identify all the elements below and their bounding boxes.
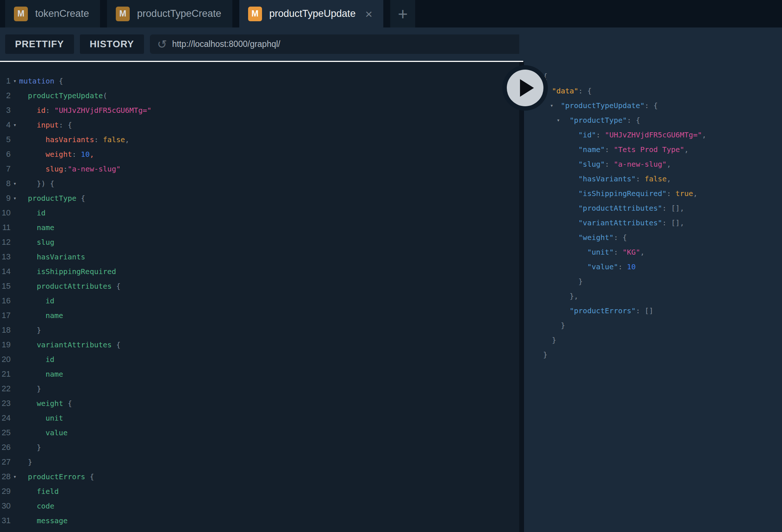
code-line[interactable]: 2 productTypeUpdate( <box>0 88 519 103</box>
fold-spacer <box>11 293 19 308</box>
fold-arrow-icon[interactable]: ▾ <box>11 118 19 132</box>
fold-arrow-icon[interactable]: ▾ <box>550 98 553 113</box>
query-editor[interactable]: 1▾mutation {2 productTypeUpdate(3 id: "U… <box>0 62 519 532</box>
line-number: 29 <box>0 484 11 499</box>
token-p: : <box>63 165 67 173</box>
token-fld: weight <box>37 399 63 408</box>
response-line: "name": "Tets Prod Type", <box>543 142 782 157</box>
code-line[interactable]: 5 hasVariants: false, <box>0 132 519 147</box>
line-number: 8 <box>0 176 11 191</box>
token-p: : <box>94 135 103 144</box>
token-red: , <box>90 150 94 159</box>
token-fld: isShippingRequired <box>37 267 116 276</box>
response-line: "isShippingRequired": true, <box>543 186 782 201</box>
prettify-button[interactable]: PRETTIFY <box>5 34 74 54</box>
code-text: hasVariants: false, <box>19 132 129 147</box>
response-text: }, <box>543 292 578 300</box>
code-line[interactable]: 25 value <box>0 425 519 440</box>
response-text: "productTypeUpdate": { <box>543 101 658 110</box>
mutation-badge-icon: M <box>248 7 262 21</box>
token-key: "unit" <box>587 248 613 256</box>
code-line[interactable]: 9▾ productType { <box>0 191 519 206</box>
code-text: } <box>19 455 32 469</box>
code-line[interactable]: 6 weight: 10, <box>0 147 519 162</box>
code-text: } <box>19 440 41 455</box>
code-line[interactable]: 3 id: "UHJvZHVjdFR5cGU6MTg=" <box>0 103 519 118</box>
code-line[interactable]: 14 isShippingRequired <box>0 264 519 279</box>
reload-icon[interactable]: ↺ <box>157 38 167 50</box>
code-line[interactable]: 7 slug:"a-new-slug" <box>0 162 519 176</box>
history-button[interactable]: HISTORY <box>80 34 144 54</box>
token-str: "Tets Prod Type" <box>614 145 685 154</box>
response-text: "data": { <box>543 86 591 95</box>
token-p: }) { <box>37 179 54 188</box>
line-number: 11 <box>0 220 11 235</box>
tab-label: productTypeCreate <box>137 8 221 19</box>
code-text: mutation { <box>19 74 63 88</box>
code-text: hasVariants <box>19 250 85 264</box>
code-line[interactable]: 23 weight { <box>0 396 519 411</box>
code-line[interactable]: 27 } <box>0 455 519 469</box>
code-line[interactable]: 4▾ input: { <box>0 118 519 132</box>
tab-productTypeCreate[interactable]: MproductTypeCreate <box>107 0 232 27</box>
code-line[interactable]: 31 message <box>0 513 519 528</box>
code-line[interactable]: 11 name <box>0 220 519 235</box>
tab-productTypeUpdate[interactable]: MproductTypeUpdate× <box>239 0 384 27</box>
fold-arrow-icon[interactable]: ▾ <box>11 74 19 88</box>
token-p: , <box>667 160 671 169</box>
fold-spacer <box>11 220 19 235</box>
fold-arrow-icon[interactable]: ▾ <box>11 469 19 484</box>
response-line: "productErrors": [] <box>543 303 782 318</box>
code-line[interactable]: 17 name <box>0 308 519 323</box>
token-arg: input <box>37 121 59 129</box>
token-p <box>543 130 578 139</box>
token-bool: true <box>675 189 693 198</box>
code-line[interactable]: 13 hasVariants <box>0 250 519 264</box>
pane-divider[interactable] <box>519 61 524 532</box>
tab-tokenCreate[interactable]: MtokenCreate <box>5 0 100 27</box>
execute-button[interactable] <box>502 65 548 111</box>
code-line[interactable]: 12 slug <box>0 235 519 250</box>
response-line: "value": 10 <box>543 259 782 274</box>
code-line[interactable]: 21 name <box>0 367 519 381</box>
code-line[interactable]: 19 variantAttributes { <box>0 337 519 352</box>
line-number: 9 <box>0 191 11 206</box>
line-number: 18 <box>0 323 11 337</box>
token-num: 10 <box>627 262 636 271</box>
code-line[interactable]: 16 id <box>0 293 519 308</box>
fold-arrow-icon[interactable]: ▾ <box>11 176 19 191</box>
token-kw: mutation <box>19 77 54 85</box>
code-line[interactable]: 30 code <box>0 499 519 513</box>
fold-arrow-icon[interactable]: ▾ <box>557 113 560 128</box>
code-text: id <box>19 352 54 367</box>
line-number: 17 <box>0 308 11 323</box>
fold-spacer <box>11 147 19 162</box>
token-fld: id <box>37 208 45 217</box>
close-tab-icon[interactable]: × <box>365 8 372 20</box>
code-line[interactable]: 24 unit <box>0 411 519 425</box>
code-line[interactable]: 20 id <box>0 352 519 367</box>
code-line[interactable]: 15 productAttributes { <box>0 279 519 293</box>
response-line: "slug": "a-new-slug", <box>543 157 782 171</box>
code-line[interactable]: 29 field <box>0 484 519 499</box>
response-line: ▾{ <box>543 69 782 84</box>
fold-spacer <box>11 367 19 381</box>
code-line[interactable]: 22 } <box>0 381 519 396</box>
token-p <box>543 248 587 256</box>
code-line[interactable]: 28▾ productErrors { <box>0 469 519 484</box>
response-text: } <box>543 321 565 330</box>
code-line[interactable]: 10 id <box>0 206 519 220</box>
token-p: : <box>72 150 81 159</box>
new-tab-button[interactable]: + <box>390 0 415 27</box>
token-p: ( <box>103 91 107 100</box>
code-line[interactable]: 18 } <box>0 323 519 337</box>
code-line[interactable]: 1▾mutation { <box>0 74 519 88</box>
fold-arrow-icon[interactable]: ▾ <box>11 191 19 206</box>
code-line[interactable]: 26 } <box>0 440 519 455</box>
token-str: "KG" <box>623 248 640 256</box>
code-text: productTypeUpdate( <box>19 88 107 103</box>
token-p: { <box>112 340 121 349</box>
code-line[interactable]: 8▾ }) { <box>0 176 519 191</box>
token-fld: productAttributes <box>37 282 112 291</box>
code-text: unit <box>19 411 63 425</box>
